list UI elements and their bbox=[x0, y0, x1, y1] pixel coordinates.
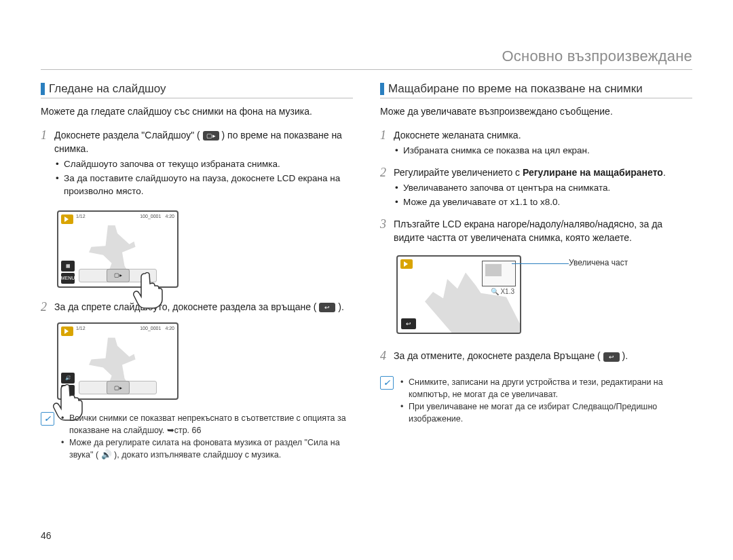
lcd-screenshot-slideshow: 1/12 100_0001 4:20 ▦ MENU ▢▸ bbox=[57, 210, 178, 288]
note-item: Снимките, записани на други устройства и… bbox=[400, 377, 692, 400]
right-step2: Регулирайте увеличението с Регулиране на… bbox=[394, 166, 692, 213]
bullet: Увеличаването започва от центъра на сним… bbox=[394, 182, 692, 195]
section-accent-bar bbox=[41, 83, 45, 95]
callout-label: Увеличена част bbox=[569, 258, 628, 267]
return-icon: ↩ bbox=[319, 303, 335, 312]
zoom-thumbnail bbox=[482, 261, 516, 286]
note-icon: ✓ bbox=[41, 412, 54, 426]
bullet: Избраната снимка се показва на цял екран… bbox=[394, 145, 692, 157]
zoom-level: 🔍 X1.3 bbox=[491, 288, 514, 295]
lcd-file: 100_0001 bbox=[140, 214, 161, 219]
play-mode-icon bbox=[61, 326, 73, 336]
menu-button: MENU bbox=[61, 273, 75, 284]
left-step2-text-b: ). bbox=[338, 301, 344, 312]
play-mode-icon bbox=[61, 214, 73, 224]
right-intro: Може да увеличавате възпроизвеждано съоб… bbox=[380, 105, 692, 119]
slideshow-icon: ▢▸ bbox=[203, 131, 219, 141]
lcd-mem: 4:20 bbox=[165, 326, 174, 331]
lcd-screenshot-zoom: 🔍 X1.3 ↩ bbox=[396, 255, 521, 334]
slideshow-tab: ▢▸ bbox=[107, 381, 130, 394]
left-step2: За да спрете слайдшоуто, докоснете разде… bbox=[54, 300, 353, 315]
touch-hand-icon bbox=[133, 272, 167, 310]
note-item: Всички снимки се показват непрекъснато в… bbox=[61, 413, 353, 436]
note-icon: ✓ bbox=[380, 376, 394, 390]
right-step4-text-b: ). bbox=[622, 350, 628, 361]
right-step3: Плъзгайте LCD екрана нагоре/надолу/наляв… bbox=[394, 217, 692, 245]
right-step2-text-b: . bbox=[663, 167, 666, 178]
volume-icon: 🔊 bbox=[61, 373, 75, 384]
left-intro: Можете да гледате слайдшоу със снимки на… bbox=[41, 105, 353, 119]
step-number: 4 bbox=[380, 349, 394, 364]
step-number: 2 bbox=[41, 300, 54, 315]
note-item: При увеличаване не могат да се избират С… bbox=[400, 401, 692, 425]
callout-line bbox=[521, 261, 569, 278]
lcd-file: 100_0001 bbox=[140, 326, 161, 331]
left-section-title: Гледане на слайдшоу bbox=[49, 82, 166, 96]
right-step2-bold: Регулиране на мащабирането bbox=[523, 167, 663, 178]
lcd-counter: 1/12 bbox=[76, 214, 86, 219]
right-step4-text-a: За да отмените, докоснете раздела Връщан… bbox=[394, 350, 601, 361]
right-step4: За да отмените, докоснете раздела Връщан… bbox=[394, 349, 692, 364]
right-step1: Докоснете желаната снимка. Избраната сни… bbox=[394, 128, 692, 162]
lcd-mem: 4:20 bbox=[165, 214, 174, 219]
step-number: 1 bbox=[380, 128, 394, 162]
left-step1-text-a: Докоснете раздела "Слайдшоу" ( bbox=[54, 130, 200, 141]
chapter-title: Основно възпроизвеждане bbox=[41, 48, 692, 70]
step-number: 1 bbox=[41, 128, 54, 202]
left-step2-text-a: За да спрете слайдшоуто, докоснете разде… bbox=[54, 301, 317, 312]
right-section-title: Мащабиране по време на показване на сним… bbox=[388, 82, 643, 96]
right-step2-text-a: Регулирайте увеличението с bbox=[394, 167, 523, 178]
section-accent-bar bbox=[380, 83, 384, 95]
slideshow-tab: ▢▸ bbox=[107, 269, 130, 282]
note-item: Може да регулирате силата на фоновата му… bbox=[61, 437, 353, 461]
left-column: Гледане на слайдшоу Можете да гледате сл… bbox=[41, 82, 353, 462]
right-step1-text: Докоснете желаната снимка. bbox=[394, 130, 521, 141]
bullet: Слайдшоуто започва от текущо избраната с… bbox=[54, 158, 353, 171]
lcd-counter: 1/12 bbox=[76, 326, 86, 331]
right-column: Мащабиране по време на показване на сним… bbox=[380, 82, 692, 462]
step-number: 3 bbox=[380, 217, 394, 245]
bullet: Може да увеличавате от x1.1 to x8.0. bbox=[394, 196, 692, 209]
step-number: 2 bbox=[380, 166, 394, 213]
return-button: ↩ bbox=[401, 318, 416, 329]
left-step1: Докоснете раздела "Слайдшоу" ( ▢▸ ) по в… bbox=[54, 128, 353, 202]
return-icon: ↩ bbox=[603, 352, 620, 362]
page-number: 46 bbox=[41, 530, 52, 541]
bullet: За да поставите слайдшоуто на пауза, док… bbox=[54, 172, 353, 198]
lcd-screenshot-return: 1/12 100_0001 4:20 🔊 ↩ ▢▸ bbox=[57, 322, 178, 400]
grid-icon: ▦ bbox=[61, 261, 75, 272]
play-mode-icon bbox=[400, 259, 413, 269]
